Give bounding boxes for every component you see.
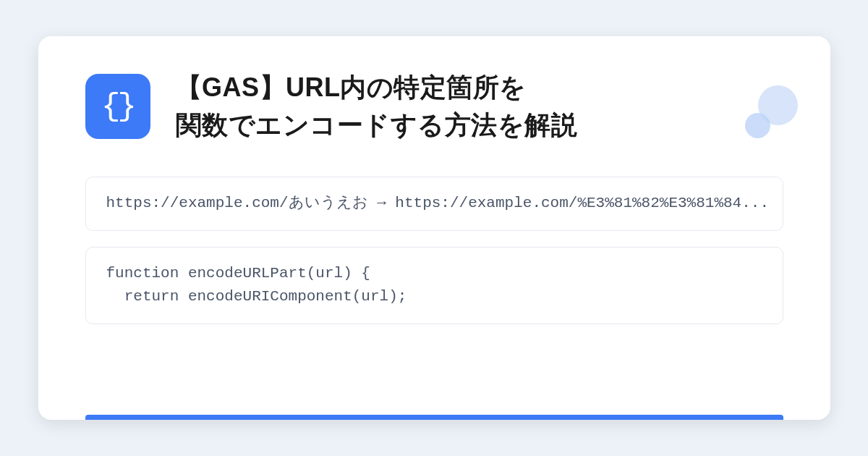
example-text: https://example.com/あいうえお → https://exam…	[106, 195, 770, 211]
braces-icon: {}	[101, 88, 134, 124]
title-line-1: 【GAS】URL内の特定箇所を	[176, 72, 527, 102]
header: {} 【GAS】URL内の特定箇所を 関数でエンコードする方法を解説	[85, 69, 783, 144]
code-block: function encodeURLPart(url) { return enc…	[85, 247, 783, 324]
article-title: 【GAS】URL内の特定箇所を 関数でエンコードする方法を解説	[176, 69, 578, 144]
accent-bar	[85, 415, 783, 420]
category-icon-box: {}	[85, 74, 150, 139]
title-line-2: 関数でエンコードする方法を解説	[176, 110, 578, 140]
code-line-1: function encodeURLPart(url) {	[106, 265, 370, 282]
article-card: {} 【GAS】URL内の特定箇所を 関数でエンコードする方法を解説 https…	[38, 36, 830, 420]
example-block: https://example.com/あいうえお → https://exam…	[85, 177, 783, 231]
code-line-2: return encodeURIComponent(url);	[106, 288, 407, 305]
